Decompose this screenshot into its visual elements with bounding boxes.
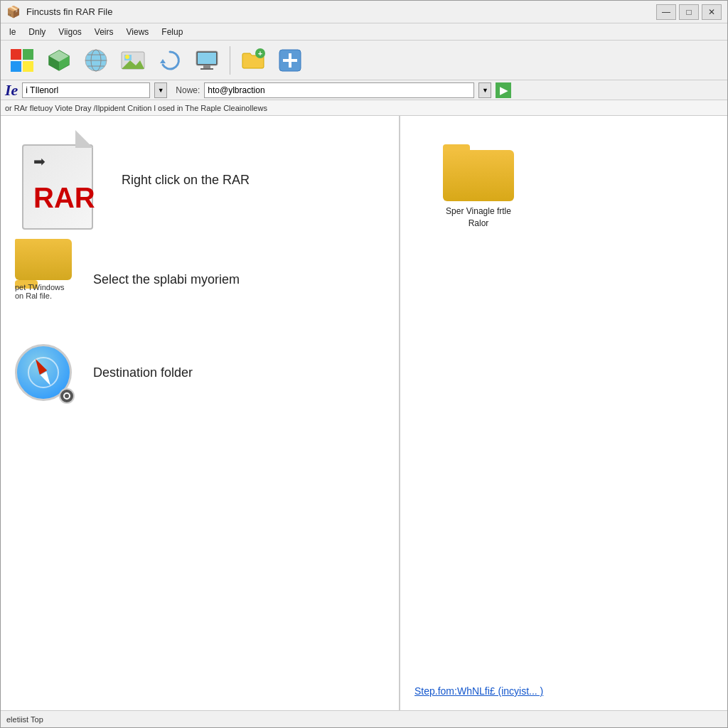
rar-label: RAR	[33, 182, 95, 214]
svg-rect-2	[11, 61, 21, 72]
status-text: eletiist Top	[6, 715, 43, 724]
svg-rect-20	[203, 65, 210, 68]
globe-icon	[83, 48, 109, 73]
nowe-value: hto@ylbraction	[208, 85, 264, 95]
nowe-input[interactable]: hto@ylbraction	[204, 82, 474, 98]
green-cube-icon	[46, 48, 72, 73]
rar-instruction-label: Right click on the RAR	[122, 173, 250, 188]
go-button[interactable]: ▶	[496, 82, 511, 98]
menu-bar: le Dnly Viigos Veirs Views Felup	[1, 23, 727, 41]
toolbar: +	[1, 41, 727, 80]
rar-row: ➡ RAR Right click on the RAR	[15, 130, 385, 230]
right-folder-label: Sper Vinagle frtle Ralor	[446, 205, 511, 230]
address-bar: Ie i TIlenorl ▼ Nowe: hto@ylbraction ▼ ▶	[1, 80, 727, 100]
folder-row: pet TWindows on Ral file. Select the spl…	[15, 272, 385, 287]
rar-corner	[75, 130, 93, 148]
folder-label-line1: Sper Vinagle frtle	[446, 205, 511, 218]
refresh-icon	[157, 48, 183, 73]
safari-location-inner	[63, 392, 70, 400]
location-dropdown[interactable]: ▼	[154, 82, 167, 98]
safari-location-badge	[59, 388, 75, 404]
svg-rect-1	[23, 49, 33, 60]
svg-point-16	[125, 55, 129, 59]
folder-label-line2: Ralor	[446, 218, 511, 230]
menu-veirs[interactable]: Veirs	[89, 26, 119, 38]
location-input[interactable]: i TIlenorl	[22, 82, 150, 98]
menu-felup[interactable]: Felup	[156, 26, 188, 38]
title-bar-left: 📦 Fincusts fin RAR File	[6, 5, 112, 18]
svg-rect-3	[23, 61, 33, 72]
step-link[interactable]: Step.fom:WhNLfi£ (incyist... )	[414, 671, 543, 697]
menu-viigos[interactable]: Viigos	[53, 26, 87, 38]
menu-views[interactable]: Views	[121, 26, 155, 38]
maximize-button[interactable]: □	[679, 4, 699, 20]
monitor-icon	[194, 48, 220, 73]
folder-sublabel1: pet TWindows	[15, 283, 72, 291]
folder-sublabels: pet TWindows on Ral file.	[15, 283, 72, 300]
title-bar-controls: — □ ✕	[656, 4, 722, 20]
menu-le[interactable]: le	[4, 26, 21, 38]
app-icon: 📦	[6, 5, 21, 18]
svg-marker-17	[160, 59, 166, 63]
svg-rect-19	[198, 53, 216, 64]
close-button[interactable]: ✕	[702, 4, 722, 20]
image-icon	[120, 48, 146, 73]
toolbar-separator	[230, 46, 230, 75]
monitor-toolbar-btn[interactable]	[190, 43, 224, 77]
menu-dnly[interactable]: Dnly	[23, 26, 51, 38]
minimize-button[interactable]: —	[656, 4, 676, 20]
rar-file-body: ➡ RAR	[22, 144, 93, 230]
nowe-label: Nowe:	[176, 85, 200, 95]
svg-text:+: +	[258, 49, 262, 58]
status-bar: eletiist Top	[1, 710, 727, 727]
add-icon	[277, 48, 303, 73]
left-panel: ➡ RAR Right click on the RAR pet TWindow…	[1, 116, 400, 712]
location-value: i TIlenorl	[26, 85, 58, 95]
right-folder-item[interactable]: Sper Vinagle frtle Ralor	[443, 144, 514, 230]
right-folder-body	[443, 150, 514, 201]
colorful-grid-toolbar-btn[interactable]	[5, 43, 39, 77]
image-toolbar-btn[interactable]	[116, 43, 150, 77]
step-link-container: Step.fom:WhNLfi£ (incyist... )	[414, 400, 543, 697]
ie-text: Ie	[5, 81, 18, 100]
globe-toolbar-btn[interactable]	[79, 43, 113, 77]
main-content: ➡ RAR Right click on the RAR pet TWindow…	[1, 116, 727, 712]
info-bar: or RAr fletuoy Viote Dray /Ilppident Cni…	[1, 100, 727, 116]
folder-sublabel2: on Ral file.	[15, 291, 72, 300]
destination-label: Destination folder	[93, 365, 193, 380]
window-title: Fincusts fin RAR File	[26, 6, 112, 17]
safari-row: Destination folder	[15, 344, 385, 401]
refresh-toolbar-btn[interactable]	[153, 43, 187, 77]
colorful-grid-icon	[9, 48, 35, 73]
svg-rect-26	[283, 59, 297, 62]
compass-icon	[26, 355, 61, 390]
right-folder-icon	[443, 144, 514, 201]
green-cube-toolbar-btn[interactable]	[42, 43, 76, 77]
folder-add-toolbar-btn[interactable]: +	[236, 43, 270, 77]
select-instruction-label: Select the splabi myoriem	[93, 272, 240, 287]
safari-icon-wrapper[interactable]	[15, 344, 72, 401]
svg-rect-0	[11, 49, 21, 60]
nowe-dropdown[interactable]: ▼	[478, 82, 491, 98]
svg-rect-21	[200, 68, 213, 70]
folder-body	[15, 239, 72, 280]
title-bar: 📦 Fincusts fin RAR File — □ ✕	[1, 1, 727, 23]
rar-arrow-icon: ➡	[33, 153, 46, 170]
rar-file-icon[interactable]: ➡ RAR	[15, 130, 100, 230]
folder-add-icon: +	[240, 48, 266, 73]
info-text: or RAr fletuoy Viote Dray /Ilppident Cni…	[5, 104, 267, 112]
right-panel: Sper Vinagle frtle Ralor Step.fom:WhNLfi…	[400, 116, 727, 712]
add-toolbar-btn[interactable]	[273, 43, 307, 77]
